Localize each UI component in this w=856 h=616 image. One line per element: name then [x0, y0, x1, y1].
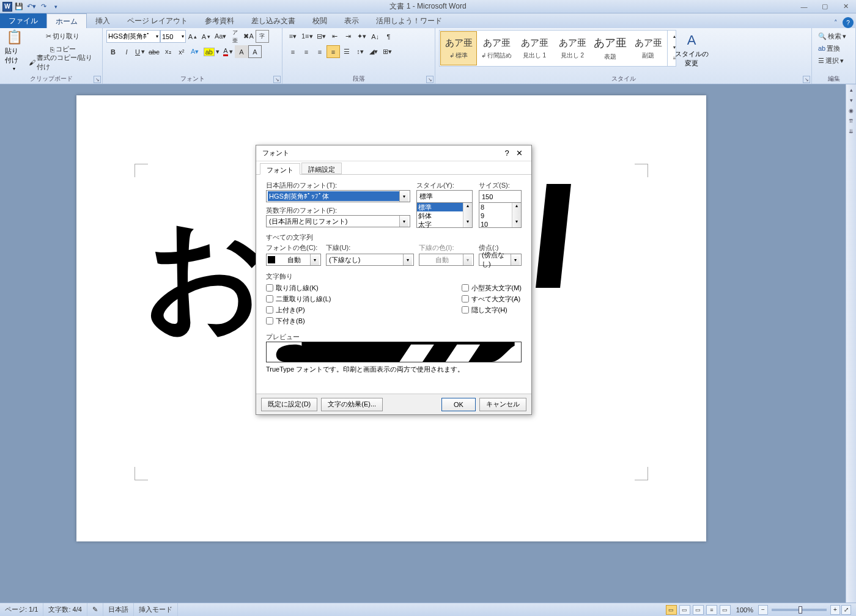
find-button[interactable]: 🔍 検索▾ [816, 30, 849, 42]
tab-review[interactable]: 校閲 [304, 13, 336, 28]
change-styles-button[interactable]: A スタイルの 変更 [676, 30, 707, 70]
line-spacing-button[interactable]: ↕▾ [353, 45, 367, 58]
format-painter-button[interactable]: 🖌書式のコピー/貼り付け [27, 56, 98, 68]
style-nospacing[interactable]: あア亜↲ 行間詰め [478, 31, 515, 65]
shrink-font-button[interactable]: A▾ [199, 30, 213, 43]
style-heading2[interactable]: あア亜見出し 2 [554, 31, 591, 65]
grow-font-button[interactable]: A▴ [186, 30, 199, 43]
style-title[interactable]: あア亜表題 [592, 31, 629, 65]
paste-icon: 📋 [6, 29, 23, 45]
ribbon-tabs: ファイル ホーム 挿入 ページ レイアウト 参考資料 差し込み文書 校閲 表示 … [0, 13, 856, 28]
clear-formatting-button[interactable]: ✖A [242, 30, 255, 43]
save-button[interactable]: 💾 [13, 1, 24, 12]
maximize-button[interactable]: ▢ [814, 0, 835, 13]
bullets-button[interactable]: ≡▾ [286, 30, 300, 43]
justify-button[interactable]: ≡ [327, 45, 340, 58]
enclose-char-button[interactable]: 字 [256, 30, 269, 43]
replace-button[interactable]: ab 置換 [816, 42, 843, 54]
title-bar: W 💾 ↶▾ ↷ ▾ 文書 1 - Microsoft Word — ▢ ✕ [0, 0, 856, 13]
styles-dialog-launcher[interactable]: ↘ [803, 76, 810, 83]
ribbon: 📋 貼り付け ▾ ✂切り取り ⎘コピー 🖌書式のコピー/貼り付け クリップボード… [0, 28, 856, 84]
font-size-combo[interactable]: 150▾ [160, 30, 186, 43]
phonetic-guide-button[interactable]: ア亜 [228, 30, 242, 43]
font-dialog-launcher[interactable]: ↘ [273, 76, 281, 83]
ribbon-minimize-icon[interactable]: ˄ [830, 17, 841, 28]
show-marks-button[interactable]: ¶ [382, 30, 396, 43]
align-left-button[interactable]: ≡ [286, 45, 300, 58]
tab-addons[interactable]: 活用しよう！ワード [367, 13, 451, 28]
borders-button[interactable]: ⊞▾ [380, 45, 394, 58]
tab-page-layout[interactable]: ページ レイアウト [119, 13, 196, 28]
tab-mailings[interactable]: 差し込み文書 [243, 13, 304, 28]
brush-icon: 🖌 [29, 59, 35, 66]
character-border-button[interactable]: A [248, 45, 262, 58]
window-title: 文書 1 - Microsoft Word [389, 1, 466, 12]
undo-button[interactable]: ↶▾ [26, 1, 37, 12]
redo-button[interactable]: ↷ [38, 1, 49, 12]
character-shading-button[interactable]: A [235, 45, 248, 58]
subscript-button[interactable]: x₂ [161, 45, 175, 58]
tab-view[interactable]: 表示 [336, 13, 367, 28]
asian-layout-button[interactable]: ✦▾ [355, 30, 369, 43]
decrease-indent-button[interactable]: ⇤ [328, 30, 342, 43]
cut-button[interactable]: ✂切り取り [27, 30, 98, 43]
tab-insert[interactable]: 挿入 [87, 13, 119, 28]
style-heading1[interactable]: あア亜見出し 1 [516, 31, 553, 65]
superscript-button[interactable]: x² [175, 45, 188, 58]
help-icon[interactable]: ? [843, 17, 854, 28]
scissors-icon: ✂ [46, 32, 51, 40]
align-right-button[interactable]: ≡ [313, 45, 327, 58]
distribute-button[interactable]: ☰ [340, 45, 353, 58]
text-effects-button[interactable]: A▾ [188, 45, 202, 58]
shading-button[interactable]: ◢▾ [367, 45, 380, 58]
minimize-button[interactable]: — [794, 0, 814, 13]
font-color-button[interactable]: A▾ [221, 45, 235, 58]
paragraph-dialog-launcher[interactable]: ↘ [426, 76, 434, 83]
change-styles-icon: A [687, 32, 696, 48]
sort-button[interactable]: A↓ [369, 30, 382, 43]
align-center-button[interactable]: ≡ [300, 45, 313, 58]
qat-customize[interactable]: ▾ [50, 1, 61, 12]
font-name-combo[interactable]: HGS創英角ﾎﾟ▾ [106, 30, 160, 43]
word-app-icon: W [2, 2, 12, 12]
bold-button[interactable]: B [106, 45, 120, 58]
tab-references[interactable]: 参考資料 [196, 13, 243, 28]
increase-indent-button[interactable]: ⇥ [342, 30, 355, 43]
numbering-button[interactable]: 1≡▾ [300, 30, 315, 43]
select-button[interactable]: ☰ 選択▾ [816, 54, 846, 67]
strikethrough-button[interactable]: abc [147, 45, 161, 58]
copy-icon: ⎘ [50, 46, 54, 53]
quick-access-toolbar: W 💾 ↶▾ ↷ ▾ [0, 1, 64, 12]
style-subtitle[interactable]: あア亜副題 [630, 31, 666, 65]
tab-file[interactable]: ファイル [0, 13, 46, 28]
change-case-button[interactable]: Aa▾ [213, 30, 228, 43]
tab-home[interactable]: ホーム [46, 13, 87, 28]
multilevel-list-button[interactable]: ⊟▾ [315, 30, 328, 43]
clipboard-dialog-launcher[interactable]: ↘ [94, 76, 101, 83]
close-button[interactable]: ✕ [835, 0, 856, 13]
underline-button[interactable]: U▾ [133, 45, 147, 58]
highlight-color-button[interactable]: ab▾ [202, 45, 221, 58]
italic-button[interactable]: I [120, 45, 133, 58]
style-normal[interactable]: あア亜↲ 標準 [440, 31, 477, 65]
paste-button[interactable]: 📋 貼り付け ▾ [4, 30, 24, 70]
